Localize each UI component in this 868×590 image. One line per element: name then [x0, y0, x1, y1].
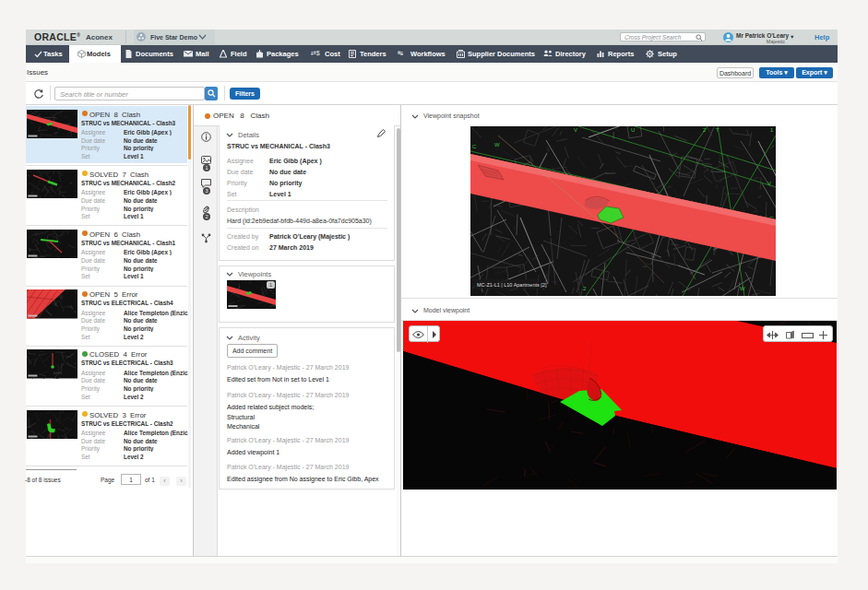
svg-text:C: C: [472, 144, 477, 149]
svg-text:MC-Z1-L1 | L10 Apartments [2]: MC-Z1-L1 | L10 Apartments [2]: [477, 282, 547, 288]
svg-text:V: V: [574, 127, 577, 133]
svg-text:T: T: [716, 127, 719, 133]
svg-text:W: W: [740, 286, 745, 291]
svg-text:W: W: [494, 142, 500, 148]
svg-text:U: U: [631, 127, 635, 133]
svg-text:V: V: [767, 181, 771, 186]
